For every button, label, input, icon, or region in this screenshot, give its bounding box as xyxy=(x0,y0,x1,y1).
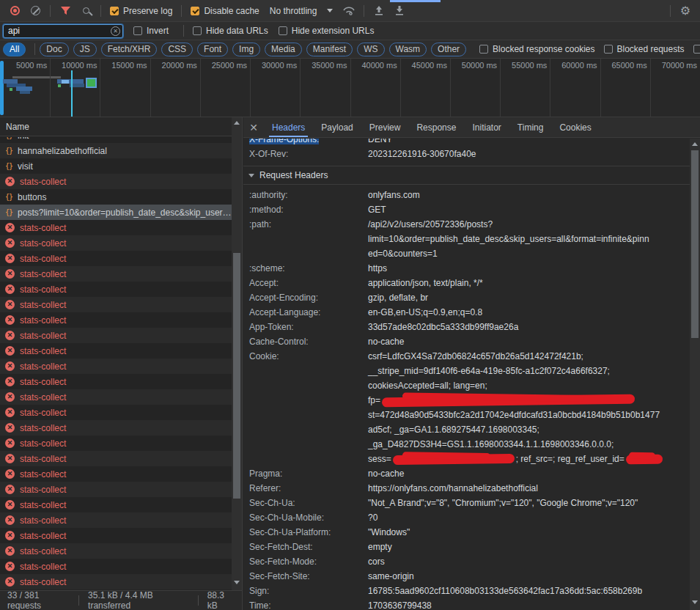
request-row-stats-collect[interactable]: ✕stats-collect xyxy=(0,359,232,374)
close-details-button[interactable]: ✕ xyxy=(243,122,264,133)
request-row-stats-collect[interactable]: ✕stats-collect xyxy=(0,482,232,497)
request-row-stats-collect[interactable]: ✕stats-collect xyxy=(0,405,232,420)
request-row-stats-collect[interactable]: ✕stats-collect xyxy=(0,420,232,436)
tab-cookies[interactable]: Cookies xyxy=(551,117,599,137)
request-row-stats-collect[interactable]: ✕stats-collect xyxy=(0,374,232,389)
3rd-party-requests-checkbox[interactable]: 3rd-party requests xyxy=(693,44,700,54)
overview-request-blob xyxy=(62,80,69,84)
request-row-stats-collect[interactable]: ✕stats-collect xyxy=(0,312,232,328)
header-row: :path:/api2/v2/users/20572336/posts?limi… xyxy=(243,217,690,261)
timeline-tick-label: 60000 ms xyxy=(550,61,600,73)
filter-pill-other[interactable]: Other xyxy=(431,43,466,56)
request-row-stats-collect[interactable]: ✕stats-collect xyxy=(0,497,232,512)
scroll-down-icon[interactable] xyxy=(692,600,698,604)
throttling-value: No throttling xyxy=(270,6,317,16)
invert-checkbox[interactable]: Invert xyxy=(133,26,169,36)
timeline-tick-label: 45000 ms xyxy=(400,61,450,73)
search-button[interactable] xyxy=(75,2,96,20)
header-value: no-cache xyxy=(368,334,690,349)
header-row: Referer:https://onlyfans.com/hannaheliza… xyxy=(243,481,690,496)
request-row-stats-collect[interactable]: ✕stats-collect xyxy=(0,574,232,589)
request-row-init[interactable]: {}init xyxy=(0,137,232,143)
disable-cache-checkbox[interactable]: Disable cache xyxy=(191,6,259,16)
request-row-stats-collect[interactable]: ✕stats-collect xyxy=(0,451,232,466)
toolbar-divider xyxy=(670,5,671,17)
tab-preview[interactable]: Preview xyxy=(361,117,409,137)
filter-pill-css[interactable]: CSS xyxy=(161,43,193,56)
header-name: Sec-Ch-Ua-Mobile: xyxy=(243,510,368,525)
scrollbar-thumb[interactable] xyxy=(233,253,240,499)
request-row-stats-collect[interactable]: ✕stats-collect xyxy=(0,512,232,528)
filter-pill-ws[interactable]: WS xyxy=(357,43,384,56)
preserve-log-checkbox[interactable]: Preserve log xyxy=(110,6,172,16)
settings-button[interactable]: ⚙ xyxy=(675,2,696,20)
tab-timing[interactable]: Timing xyxy=(509,117,552,137)
header-row: Sec-Ch-Ua:"Not_A Brand";v="8", "Chromium… xyxy=(243,496,690,510)
scroll-down-icon[interactable] xyxy=(234,581,240,584)
clear-filter-icon[interactable]: ✕ xyxy=(111,26,120,36)
filter-pill-wasm[interactable]: Wasm xyxy=(389,43,427,56)
filter-pill-all[interactable]: All xyxy=(3,43,26,56)
hide-data-urls-checkbox[interactable]: Hide data URLs xyxy=(193,26,268,36)
request-row-stats-collect[interactable]: ✕stats-collect xyxy=(0,174,232,189)
tab-response[interactable]: Response xyxy=(408,117,464,137)
request-row-stats-collect[interactable]: ✕stats-collect xyxy=(0,343,232,359)
filter-toggle-button[interactable] xyxy=(55,2,75,20)
record-network-log-button[interactable] xyxy=(4,2,25,20)
request-row-hannahelizabethofficial[interactable]: {}hannahelizabethofficial xyxy=(0,143,232,158)
import-har-button[interactable] xyxy=(369,2,389,20)
error-status-icon: ✕ xyxy=(5,315,15,325)
scrollbar-thumb[interactable] xyxy=(691,150,699,338)
tab-headers[interactable]: Headers xyxy=(264,117,313,137)
blocked-response-cookies-checkbox[interactable]: Blocked response cookies xyxy=(479,44,594,54)
header-name: :scheme: xyxy=(243,261,368,276)
filter-pill-fetch-xhr[interactable]: Fetch/XHR xyxy=(101,43,158,56)
request-row-posts[interactable]: {}posts?limit=10&order=publish_date_desc… xyxy=(0,205,232,220)
details-scrollbar[interactable] xyxy=(690,139,700,610)
tab-initiator[interactable]: Initiator xyxy=(464,117,509,137)
request-row-stats-collect[interactable]: ✕stats-collect xyxy=(0,266,232,282)
request-row-stats-collect[interactable]: ✕stats-collect xyxy=(0,466,232,482)
filter-pill-media[interactable]: Media xyxy=(265,43,302,56)
error-status-icon: ✕ xyxy=(5,269,15,279)
header-value: /api2/v2/users/20572336/posts?limit=10&o… xyxy=(368,217,690,261)
header-name: Sec-Fetch-Site: xyxy=(243,569,368,584)
request-list-scrollbar[interactable] xyxy=(232,117,242,590)
blocked-requests-checkbox[interactable]: Blocked requests xyxy=(604,44,685,54)
hide-extension-urls-checkbox[interactable]: Hide extension URLs xyxy=(279,26,375,36)
request-headers-section-toggle[interactable]: Request Headers xyxy=(243,166,690,185)
filter-pill-img[interactable]: Img xyxy=(232,43,260,56)
request-row-stats-collect[interactable]: ✕stats-collect xyxy=(0,297,232,312)
scroll-up-icon[interactable] xyxy=(234,121,240,125)
request-row-stats-collect[interactable]: ✕stats-collect xyxy=(0,559,232,574)
scroll-up-icon[interactable] xyxy=(692,142,698,146)
filter-pill-js[interactable]: JS xyxy=(73,43,97,56)
tab-payload[interactable]: Payload xyxy=(313,117,361,137)
name-column-header[interactable]: Name xyxy=(0,117,242,136)
network-overview-timeline[interactable]: 5000 ms10000 ms15000 ms20000 ms25000 ms3… xyxy=(0,59,700,117)
request-row-stats-collect[interactable]: ✕stats-collect xyxy=(0,328,232,343)
request-row-stats-collect[interactable]: ✕stats-collect xyxy=(0,251,232,266)
filter-text-input[interactable]: api ✕ xyxy=(3,24,123,38)
clear-network-log-button[interactable] xyxy=(25,2,45,20)
request-row-stats-collect[interactable]: ✕stats-collect xyxy=(0,282,232,297)
request-name-label: stats-collect xyxy=(20,531,66,541)
request-row-stats-collect[interactable]: ✕stats-collect xyxy=(0,543,232,559)
request-row-stats-collect[interactable]: ✕stats-collect xyxy=(0,436,232,451)
request-name-label: buttons xyxy=(18,192,46,202)
request-row-stats-collect[interactable]: ✕stats-collect xyxy=(0,235,232,251)
checkbox-checked-icon xyxy=(191,7,199,15)
request-row-buttons[interactable]: {}buttons xyxy=(0,189,232,205)
error-status-icon: ✕ xyxy=(5,469,15,479)
request-row-stats-collect[interactable]: ✕stats-collect xyxy=(0,389,232,405)
resources-size: 88.3 kB xyxy=(207,590,235,610)
filter-pill-doc[interactable]: Doc xyxy=(40,43,68,56)
filter-pill-font[interactable]: Font xyxy=(197,43,228,56)
filter-pill-manifest[interactable]: Manifest xyxy=(306,43,353,56)
export-har-button[interactable] xyxy=(389,2,410,20)
network-conditions-button[interactable] xyxy=(339,2,359,20)
request-row-visit[interactable]: {}visit xyxy=(0,158,232,174)
throttling-dropdown[interactable]: No throttling xyxy=(264,6,339,16)
request-row-stats-collect[interactable]: ✕stats-collect xyxy=(0,528,232,543)
request-row-stats-collect[interactable]: ✕stats-collect xyxy=(0,220,232,235)
